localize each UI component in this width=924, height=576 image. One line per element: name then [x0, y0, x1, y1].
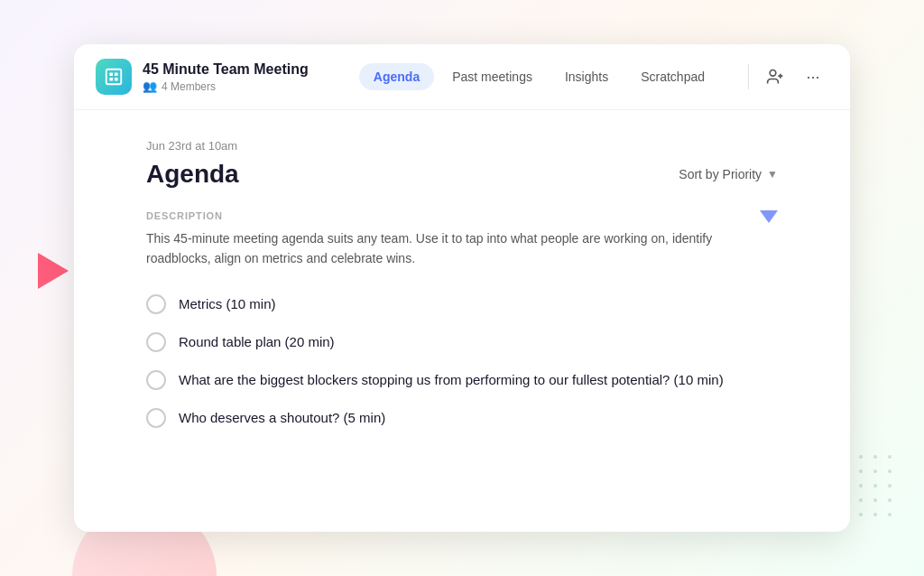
header: 45 Minute Team Meeting 👥 4 Members Agend…	[74, 44, 850, 110]
more-options-button[interactable]: ···	[798, 61, 828, 92]
sort-by-label: Sort by Priority	[679, 167, 762, 181]
play-icon	[38, 253, 69, 289]
agenda-item-text-3: What are the biggest blockers stopping u…	[179, 372, 724, 387]
meeting-info: 45 Minute Team Meeting 👥 4 Members	[143, 60, 359, 93]
agenda-header: Agenda Sort by Priority ▼	[146, 160, 778, 189]
collapse-arrow-container	[760, 210, 778, 223]
tab-past-meetings[interactable]: Past meetings	[438, 63, 547, 90]
agenda-item[interactable]: Who deserves a shoutout? (5 min)	[146, 408, 778, 428]
agenda-item-checkbox-2[interactable]	[146, 332, 166, 352]
svg-rect-2	[115, 72, 118, 76]
svg-rect-4	[115, 78, 118, 81]
svg-rect-1	[109, 72, 113, 76]
svg-rect-3	[109, 78, 113, 81]
header-actions: ···	[760, 61, 828, 92]
sort-chevron-icon: ▼	[767, 168, 778, 181]
content: Jun 23rd at 10am Agenda Sort by Priority…	[74, 110, 850, 464]
collapse-arrow-icon[interactable]	[760, 210, 778, 223]
sort-by-button[interactable]: Sort by Priority ▼	[679, 167, 778, 181]
nav-tabs: Agenda Past meetings Insights Scratchpad	[359, 63, 719, 90]
agenda-item[interactable]: Metrics (10 min)	[146, 294, 778, 314]
meeting-title: 45 Minute Team Meeting	[143, 60, 359, 78]
members-icon: 👥	[143, 79, 157, 93]
description-container: DESCRIPTION This 45-minute meeting agend…	[146, 210, 778, 269]
members-count: 4 Members	[162, 80, 216, 93]
agenda-item-checkbox-1[interactable]	[146, 294, 166, 314]
agenda-item[interactable]: Round table plan (20 min)	[146, 332, 778, 352]
description-label: DESCRIPTION	[146, 210, 778, 221]
date-label: Jun 23rd at 10am	[146, 139, 778, 153]
meeting-members: 👥 4 Members	[143, 79, 359, 93]
meeting-icon	[96, 59, 132, 95]
svg-point-5	[770, 70, 776, 77]
agenda-items-list: Metrics (10 min) Round table plan (20 mi…	[146, 294, 778, 428]
add-member-button[interactable]	[760, 61, 790, 92]
tab-scratchpad[interactable]: Scratchpad	[626, 63, 719, 90]
agenda-item[interactable]: What are the biggest blockers stopping u…	[146, 370, 778, 390]
description-text: This 45-minute meeting agenda suits any …	[146, 228, 733, 269]
tab-agenda[interactable]: Agenda	[359, 63, 434, 90]
agenda-item-text-2: Round table plan (20 min)	[179, 334, 335, 349]
agenda-title: Agenda	[146, 160, 239, 189]
svg-rect-0	[106, 70, 122, 85]
agenda-item-text-4: Who deserves a shoutout? (5 min)	[179, 410, 385, 425]
main-card: 45 Minute Team Meeting 👥 4 Members Agend…	[74, 44, 850, 532]
agenda-item-checkbox-4[interactable]	[146, 408, 166, 428]
agenda-item-checkbox-3[interactable]	[146, 370, 166, 390]
header-divider	[748, 64, 749, 89]
agenda-item-text-1: Metrics (10 min)	[179, 296, 276, 311]
tab-insights[interactable]: Insights	[550, 63, 623, 90]
